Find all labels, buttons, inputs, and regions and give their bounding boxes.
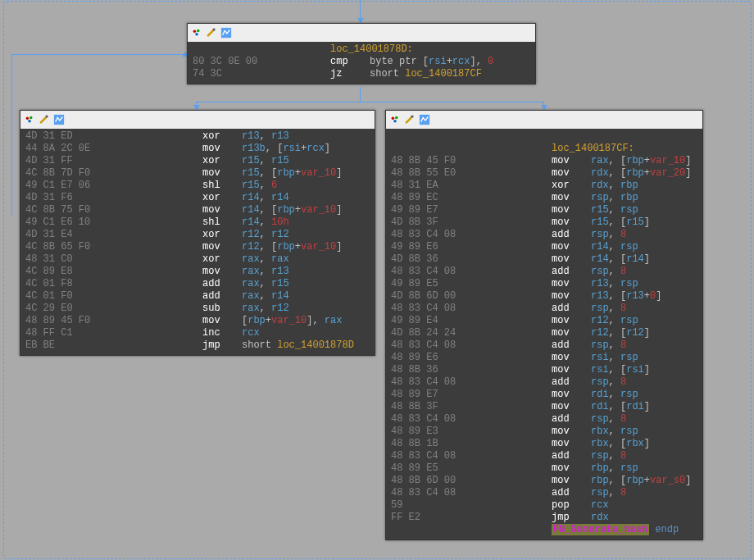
svg-point-14 (393, 120, 397, 123)
svg-point-13 (395, 116, 398, 120)
asm-row: 48 83 C4 08addrsp, 8 (391, 413, 697, 426)
asm-row: 48 31 EAxorrdx, rbp (391, 180, 697, 192)
branch-icon[interactable] (419, 114, 430, 125)
asm-row: 4D 8B 6D 00movr13, [r13+0] (391, 290, 697, 303)
asm-row: 48 31 C0xorrax, rax (25, 253, 370, 266)
svg-point-2 (195, 33, 198, 36)
svg-rect-4 (213, 29, 216, 31)
asm-row: 48 8B 1Bmovrbx, [rbx] (391, 438, 697, 450)
asm-row: 48 89 E3movrbx, rsp (391, 426, 697, 438)
asm-row: 4D 8B 3Fmovr15, [r15] (391, 216, 697, 229)
color-palette-icon[interactable] (389, 114, 401, 125)
graph-edge (196, 102, 544, 102)
asm-row: 4C 8B 75 F0movr14, [rbp+var_10] (25, 204, 370, 216)
asm-row: 49 89 E4movr12, rsp (391, 315, 697, 327)
svg-rect-10 (46, 116, 48, 118)
edit-icon[interactable] (206, 27, 217, 39)
asm-row: 48 89 E5movrbp, rsp (391, 462, 697, 475)
branch-icon[interactable] (220, 27, 232, 39)
block-label: loc_1400187CF: (552, 143, 634, 154)
svg-point-0 (193, 30, 197, 34)
asm-row: FF E2jmprdx (391, 512, 697, 524)
asm-row: 48 8B 36movrsi, [rsi] (391, 364, 697, 376)
svg-rect-16 (411, 116, 414, 118)
asm-row: 4D 31 FFxorr15, r15 (25, 155, 370, 167)
graph-canvas[interactable]: loc_14001878D:80 3C 0E 00cmpbyte ptr [rs… (0, 0, 754, 560)
asm-row: 4D 31 E4xorr12, r12 (25, 229, 370, 241)
graph-edge (11, 54, 187, 55)
endp-keyword: endp (655, 524, 679, 535)
asm-row: 4D 31 F6xorr14, r14 (25, 192, 370, 204)
svg-point-8 (28, 120, 31, 123)
asm-row: 49 89 E7movr15, rsp (391, 204, 697, 216)
asm-row: 4D 8B 36movr14, [r14] (391, 253, 697, 266)
asm-row: 48 8B 6D 00movrbp, [rbp+var_s0] (391, 475, 697, 487)
block-label: loc_14001878D: (330, 43, 413, 55)
basic-block-exit[interactable]: loc_1400187CF:48 8B 45 F0movrax, [rbp+va… (385, 110, 703, 540)
color-palette-icon[interactable] (24, 114, 35, 125)
svg-point-1 (197, 30, 200, 33)
asm-row: 48 83 C4 08addrsp, 8 (391, 339, 697, 352)
basic-block-loop[interactable]: 4D 31 EDxorr13, r1344 8A 2C 0Emovr13b, [… (20, 110, 375, 356)
asm-row: 48 89 ECmovrsp, rbp (391, 192, 697, 204)
asm-row: 49 89 E6movr14, rsp (391, 241, 697, 253)
asm-row: 48 8B 3Fmovrdi, [rdi] (391, 401, 697, 413)
asm-row: 48 FF C1incrcx (25, 327, 370, 339)
asm-row: 48 83 C4 08addrsp, 8 (391, 487, 697, 499)
svg-point-6 (26, 117, 30, 121)
asm-row: 44 8A 2C 0Emovr13b, [rsi+rcx] (25, 143, 370, 155)
asm-row: 48 83 C4 08addrsp, 8 (391, 229, 697, 241)
asm-row: 4C 29 E0subrax, r12 (25, 303, 370, 315)
asm-row: 48 83 C4 08addrsp, 8 (391, 450, 697, 462)
asm-row: 48 89 45 F0mov[rbp+var_10], rax (25, 315, 370, 327)
asm-row: 49 89 E5movr13, rsp (391, 278, 697, 290)
asm-row: 48 89 E7movrdi, rsp (391, 389, 697, 401)
asm-row: 4D 31 EDxorr13, r13 (25, 130, 370, 143)
asm-row: 48 8B 55 E0movrdx, [rbp+var_20] (391, 167, 697, 180)
disassembly-content: loc_1400187CF:48 8B 45 F0movrax, [rbp+va… (386, 129, 702, 540)
node-titlebar (20, 111, 375, 129)
asm-row: 4D 8B 24 24movr12, [r12] (391, 327, 697, 339)
asm-row: 4C 8B 7D F0movr15, [rbp+var_10] (25, 167, 370, 180)
asm-row: 80 3C 0E 00cmpbyte ptr [rsi+rcx], 0 (193, 56, 530, 68)
graph-edge (360, 87, 361, 102)
color-palette-icon[interactable] (191, 27, 202, 39)
basic-block-entry[interactable]: loc_14001878D:80 3C 0E 00cmpbyte ptr [rs… (187, 23, 536, 84)
asm-row: 49 C1 E6 10shlr14, 10h (25, 216, 370, 229)
asm-row: 74 3Cjzshort loc_1400187CF (193, 68, 530, 80)
disassembly-content: 4D 31 EDxorr13, r1344 8A 2C 0Emovr13b, [… (20, 129, 375, 355)
asm-row: 4C 89 E8movrax, r13 (25, 266, 370, 278)
svg-point-12 (392, 117, 395, 121)
edit-icon[interactable] (39, 114, 50, 125)
asm-row: 48 83 C4 08addrsp, 8 (391, 376, 697, 389)
asm-row: 48 8B 45 F0movrax, [rbp+var_10] (391, 155, 697, 167)
edit-icon[interactable] (404, 114, 416, 125)
branch-icon[interactable] (53, 114, 65, 125)
asm-row: 4C 01 F0addrax, r14 (25, 290, 370, 303)
asm-row: 48 89 E6movrsi, rsp (391, 352, 697, 364)
asm-row: EB BEjmpshort loc_14001878D (25, 339, 370, 352)
svg-point-7 (30, 116, 33, 120)
asm-row: 49 C1 E7 06shlr15, 6 (25, 180, 370, 192)
asm-row: 48 83 C4 08addrsp, 8 (391, 266, 697, 278)
asm-row: 48 83 C4 08addrsp, 8 (391, 303, 697, 315)
graph-edge (11, 54, 12, 216)
asm-row: 4C 01 F8addrax, r15 (25, 278, 370, 290)
node-titlebar (386, 111, 702, 129)
asm-row: 4C 8B 65 F0movr12, [rbp+var_10] (25, 241, 370, 253)
node-titlebar (188, 24, 535, 42)
function-name: FN_Generate_hash (552, 524, 649, 535)
asm-row: 59poprcx (391, 499, 697, 512)
disassembly-content: loc_14001878D:80 3C 0E 00cmpbyte ptr [rs… (188, 42, 535, 84)
